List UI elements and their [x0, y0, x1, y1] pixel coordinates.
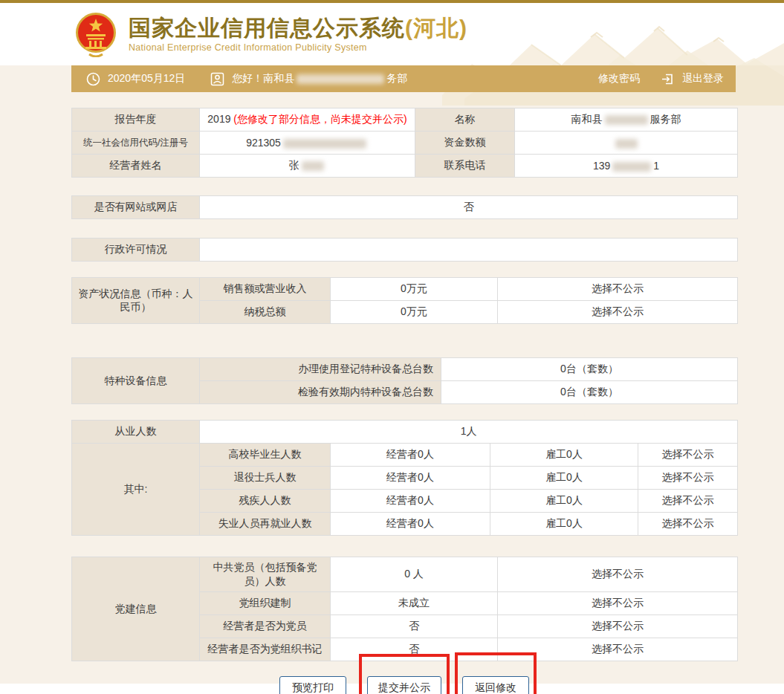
assets-table: 资产状况信息（币种：人民币） 销售额或营业收入 0万元 选择不公示 纳税总额 0… [71, 277, 738, 324]
employee-count-label: 从业人数 [72, 421, 200, 444]
registered-equipment-label: 办理使用登记特种设备总台数 [200, 358, 441, 381]
redacted-credit-code [283, 139, 366, 149]
not-submitted-note: (您修改了部分信息，尚未提交并公示) [233, 113, 406, 125]
operator-secretary-label: 经营者是否为党组织书记 [200, 638, 331, 661]
veterans-employee: 雇工0人 [490, 467, 638, 490]
user-bar-left: 2020年05月12日 您好！南和县务部 [86, 72, 407, 86]
submit-publicize-button[interactable]: 提交并公示 [367, 676, 441, 694]
operator-secretary-value: 否 [331, 638, 498, 661]
credit-code-text: 921305 [246, 137, 281, 149]
back-button-wrap: 返回修改 [462, 676, 529, 694]
operator-name-label: 经营者姓名 [72, 155, 200, 178]
veterans-publicity: 选择不公示 [638, 467, 738, 490]
basic-info-table: 报告年度 2019 (您修改了部分信息，尚未提交并公示) 名称 南和县服务部 统… [71, 108, 738, 178]
table-row: 资产状况信息（币种：人民币） 销售额或营业收入 0万元 选择不公示 [72, 278, 738, 301]
phone-value: 1391 [515, 155, 738, 178]
party-table: 党建信息 中共党员（包括预备党员）人数 0 人 选择不公示 党组织建制 未成立 … [71, 557, 738, 661]
table-row: 行政许可情况 [72, 239, 738, 262]
table-row: 特种设备信息 办理使用登记特种设备总台数 0台（套数） [72, 358, 738, 381]
operator-party-member-value: 否 [331, 615, 498, 638]
report-year-label: 报告年度 [72, 108, 200, 132]
site-title: 国家企业信用信息公示系统(河北) [129, 16, 467, 40]
page-content: 2020年05月12日 您好！南和县务部 修改密码 退出登录 报告年度 2019… [0, 65, 784, 684]
table-row: 经营者姓名 张 联系电话 1391 [72, 155, 738, 178]
logout-link[interactable]: 退出登录 [682, 72, 724, 85]
equipment-group-label: 特种设备信息 [72, 358, 200, 404]
website-table: 是否有网站或网店 否 [71, 195, 738, 219]
inspected-equipment-label: 检验有效期内特种设备总台数 [200, 381, 441, 404]
equipment-table: 特种设备信息 办理使用登记特种设备总台数 0台（套数） 检验有效期内特种设备总台… [71, 357, 738, 404]
party-org-label: 党组织建制 [200, 592, 331, 615]
party-members-value: 0 人 [331, 557, 498, 592]
graduates-employee: 雇工0人 [490, 444, 638, 467]
brand-block: 国家企业信用信息公示系统(河北) National Enterprise Cre… [74, 11, 467, 57]
graduates-operator: 经营者0人 [331, 444, 490, 467]
table-row: 是否有网站或网店 否 [72, 196, 738, 219]
license-label: 行政许可情况 [72, 239, 200, 262]
assets-group-label: 资产状况信息（币种：人民币） [72, 278, 200, 324]
reemployed-employee: 雇工0人 [490, 513, 638, 536]
site-title-block: 国家企业信用信息公示系统(河北) National Enterprise Cre… [129, 16, 467, 53]
capital-value [515, 132, 738, 155]
registered-equipment-value: 0台（套数） [441, 358, 738, 381]
greeting: 您好！南和县务部 [232, 72, 407, 85]
sales-label: 销售额或营业收入 [200, 278, 331, 301]
table-row: 统一社会信用代码/注册号 921305 资金数额 [72, 132, 738, 155]
disabled-operator: 经营者0人 [331, 490, 490, 513]
user-icon [210, 72, 224, 86]
site-title-text: 国家企业信用信息公示系统 [129, 16, 405, 40]
return-modify-button[interactable]: 返回修改 [462, 676, 529, 694]
clock-icon [86, 72, 100, 86]
website-value: 否 [200, 196, 738, 219]
national-emblem-logo [74, 11, 117, 57]
current-date: 2020年05月12日 [108, 72, 185, 85]
disabled-label: 残疾人人数 [200, 490, 331, 513]
redacted-name [605, 115, 648, 125]
employees-group-label: 其中: [72, 444, 200, 536]
employee-count-value: 1人 [200, 421, 738, 444]
phone-suffix: 1 [653, 160, 659, 172]
greeting-prefix: 您好！南和县 [232, 72, 294, 84]
name-value: 南和县服务部 [515, 108, 738, 132]
sales-value: 0万元 [331, 278, 498, 301]
sales-publicity: 选择不公示 [498, 278, 738, 301]
party-org-value: 未成立 [331, 592, 498, 615]
party-org-publicity: 选择不公示 [498, 592, 738, 615]
site-subtitle: National Enterprise Credit Information P… [129, 42, 467, 53]
reemployed-label: 失业人员再就业人数 [200, 513, 331, 536]
credit-code-value: 921305 [200, 132, 415, 155]
name-prefix: 南和县 [571, 113, 603, 125]
reemployed-operator: 经营者0人 [331, 513, 490, 536]
logout-icon[interactable] [661, 72, 675, 86]
site-title-region: (河北) [405, 16, 467, 40]
phone-prefix: 139 [593, 160, 610, 172]
inspected-equipment-value: 0台（套数） [441, 381, 738, 404]
user-bar: 2020年05月12日 您好！南和县务部 修改密码 退出登录 [71, 65, 736, 92]
disabled-employee: 雇工0人 [490, 490, 638, 513]
credit-code-label: 统一社会信用代码/注册号 [72, 132, 200, 155]
veterans-operator: 经营者0人 [331, 467, 490, 490]
graduates-publicity: 选择不公示 [638, 444, 738, 467]
redacted-company-name [297, 74, 384, 84]
action-button-row: 预览打印 提交并公示 返回修改 [71, 676, 737, 694]
table-row: 从业人数 1人 [72, 421, 738, 444]
operator-party-member-publicity: 选择不公示 [498, 615, 738, 638]
website-label: 是否有网站或网店 [72, 196, 200, 219]
change-password-link[interactable]: 修改密码 [598, 72, 640, 85]
submit-button-wrap: 提交并公示 [367, 676, 441, 694]
tax-value: 0万元 [331, 301, 498, 324]
veterans-label: 退役士兵人数 [200, 467, 331, 490]
preview-print-button[interactable]: 预览打印 [279, 676, 346, 694]
operator-name-text: 张 [289, 159, 299, 171]
reemployed-publicity: 选择不公示 [638, 513, 738, 536]
report-year-value: 2019 (您修改了部分信息，尚未提交并公示) [200, 108, 415, 132]
license-table: 行政许可情况 [71, 238, 738, 262]
redacted-capital [615, 139, 638, 149]
operator-secretary-publicity: 选择不公示 [498, 638, 738, 661]
user-bar-right: 修改密码 退出登录 [598, 72, 724, 86]
site-header: 国家企业信用信息公示系统(河北) National Enterprise Cre… [0, 3, 784, 65]
redacted-operator-name [302, 161, 324, 171]
table-row: 党建信息 中共党员（包括预备党员）人数 0 人 选择不公示 [72, 557, 738, 592]
operator-name-value: 张 [200, 155, 415, 178]
capital-label: 资金数额 [415, 132, 515, 155]
